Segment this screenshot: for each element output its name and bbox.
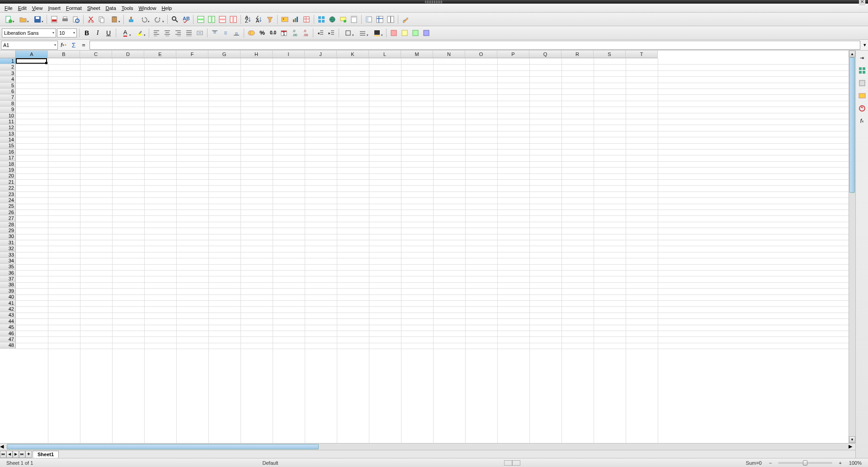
row-header-32[interactable]: 32 xyxy=(0,246,16,252)
menu-data[interactable]: Data xyxy=(103,5,119,12)
spellcheck-button[interactable]: ABC xyxy=(181,14,191,24)
currency-button[interactable] xyxy=(246,28,256,38)
tab-prev-button[interactable]: ◀ xyxy=(6,451,13,458)
copy-button[interactable] xyxy=(97,14,107,24)
print-preview-button[interactable] xyxy=(71,14,81,24)
row-header-31[interactable]: 31 xyxy=(0,240,16,246)
number-format-button[interactable]: 0.0 xyxy=(268,28,278,38)
scroll-down-button[interactable]: ▼ xyxy=(849,436,855,443)
new-doc-button[interactable] xyxy=(2,14,15,24)
row-header-40[interactable]: 40 xyxy=(0,294,16,300)
status-insert-mode[interactable] xyxy=(504,460,512,466)
cond-format-1-button[interactable] xyxy=(389,28,399,38)
hyperlink-button[interactable] xyxy=(327,14,337,24)
hscroll-track[interactable] xyxy=(7,444,849,450)
row-header-28[interactable]: 28 xyxy=(0,222,16,228)
insert-chart-button[interactable] xyxy=(291,14,301,24)
zoom-slider[interactable] xyxy=(778,462,832,464)
row-header-9[interactable]: 9 xyxy=(0,107,16,112)
cond-format-2-button[interactable] xyxy=(400,28,410,38)
row-header-27[interactable]: 27 xyxy=(0,215,16,221)
cond-format-3-button[interactable] xyxy=(410,28,420,38)
close-window-button[interactable]: ✕ xyxy=(859,0,865,5)
paste-button[interactable] xyxy=(108,14,121,24)
row-header-25[interactable]: 25 xyxy=(0,203,16,209)
row-header-48[interactable]: 48 xyxy=(0,342,16,348)
row-header-22[interactable]: 22 xyxy=(0,185,16,191)
col-header-I[interactable]: I xyxy=(273,51,305,58)
insert-rows-button[interactable] xyxy=(196,14,206,24)
row-header-17[interactable]: 17 xyxy=(0,155,16,161)
row-header-13[interactable]: 13 xyxy=(0,131,16,137)
status-sum[interactable]: Sum=0 xyxy=(742,460,765,466)
bg-color-button[interactable] xyxy=(370,28,384,38)
row-header-18[interactable]: 18 xyxy=(0,161,16,167)
sort-asc-button[interactable]: AZ xyxy=(243,14,253,24)
row-header-7[interactable]: 7 xyxy=(0,94,16,100)
row-header-37[interactable]: 37 xyxy=(0,276,16,282)
row-header-6[interactable]: 6 xyxy=(0,89,16,94)
sidebar-styles-icon[interactable] xyxy=(858,79,867,88)
tab-last-button[interactable]: ⏭ xyxy=(19,451,25,458)
col-header-L[interactable]: L xyxy=(369,51,401,58)
font-name-combo[interactable]: Liberation Sans xyxy=(2,28,56,37)
borders-button[interactable] xyxy=(341,28,355,38)
row-header-12[interactable]: 12 xyxy=(0,125,16,131)
font-size-combo[interactable]: 10 xyxy=(57,28,77,37)
delete-rows-button[interactable] xyxy=(217,14,227,24)
col-header-F[interactable]: F xyxy=(176,51,208,58)
scroll-left-button[interactable]: ◀ xyxy=(0,444,7,450)
increase-indent-button[interactable] xyxy=(326,28,336,38)
underline-button[interactable]: U xyxy=(104,28,113,38)
align-center-button[interactable] xyxy=(162,28,172,38)
remove-decimal-button[interactable]: .0.00 xyxy=(301,28,311,38)
col-header-M[interactable]: M xyxy=(401,51,433,58)
status-selection-mode[interactable] xyxy=(512,460,520,466)
col-header-J[interactable]: J xyxy=(305,51,337,58)
col-header-S[interactable]: S xyxy=(594,51,626,58)
align-middle-button[interactable] xyxy=(221,28,231,38)
col-header-Q[interactable]: Q xyxy=(529,51,561,58)
col-header-K[interactable]: K xyxy=(337,51,369,58)
bold-button[interactable]: B xyxy=(82,28,92,38)
status-page-style[interactable]: Default xyxy=(259,460,282,466)
tab-first-button[interactable]: ⏮ xyxy=(0,451,6,458)
add-decimal-button[interactable]: .0.00 xyxy=(290,28,300,38)
row-header-14[interactable]: 14 xyxy=(0,137,16,143)
row-header-34[interactable]: 34 xyxy=(0,258,16,264)
row-header-11[interactable]: 11 xyxy=(0,119,16,125)
name-box[interactable]: A1 xyxy=(1,41,58,50)
align-right-button[interactable] xyxy=(173,28,183,38)
freeze-panes-button[interactable] xyxy=(375,14,385,24)
font-color-button[interactable]: A xyxy=(118,28,132,38)
zoom-knob[interactable] xyxy=(803,460,807,466)
col-header-P[interactable]: P xyxy=(497,51,529,58)
col-header-A[interactable]: A xyxy=(16,51,48,58)
headers-footers-button[interactable] xyxy=(349,14,359,24)
col-header-G[interactable]: G xyxy=(208,51,241,58)
sidebar-navigator-icon[interactable] xyxy=(858,104,867,113)
border-style-button[interactable] xyxy=(356,28,369,38)
row-header-38[interactable]: 38 xyxy=(0,282,16,288)
row-header-8[interactable]: 8 xyxy=(0,101,16,107)
sheet-tab-1[interactable]: Sheet1 xyxy=(33,451,59,458)
horizontal-scrollbar[interactable]: ◀ ▶ xyxy=(0,443,855,450)
function-equals-button[interactable]: = xyxy=(79,41,89,50)
sidebar-functions-icon[interactable]: fx xyxy=(858,117,867,126)
hscroll-thumb[interactable] xyxy=(7,444,319,449)
menu-window[interactable]: Window xyxy=(136,5,159,12)
delete-columns-button[interactable] xyxy=(228,14,238,24)
define-print-area-button[interactable] xyxy=(364,14,374,24)
row-header-33[interactable]: 33 xyxy=(0,252,16,258)
row-header-19[interactable]: 19 xyxy=(0,167,16,173)
decrease-indent-button[interactable] xyxy=(316,28,326,38)
row-headers[interactable]: 1234567891011121314151617181920212223242… xyxy=(0,58,16,443)
row-header-2[interactable]: 2 xyxy=(0,64,16,70)
row-header-41[interactable]: 41 xyxy=(0,300,16,306)
split-window-button[interactable] xyxy=(386,14,396,24)
row-header-44[interactable]: 44 xyxy=(0,318,16,324)
save-button[interactable] xyxy=(31,14,44,24)
show-draw-button[interactable] xyxy=(401,14,410,24)
highlight-button[interactable] xyxy=(133,28,146,38)
zoom-in-button[interactable]: + xyxy=(835,460,845,466)
